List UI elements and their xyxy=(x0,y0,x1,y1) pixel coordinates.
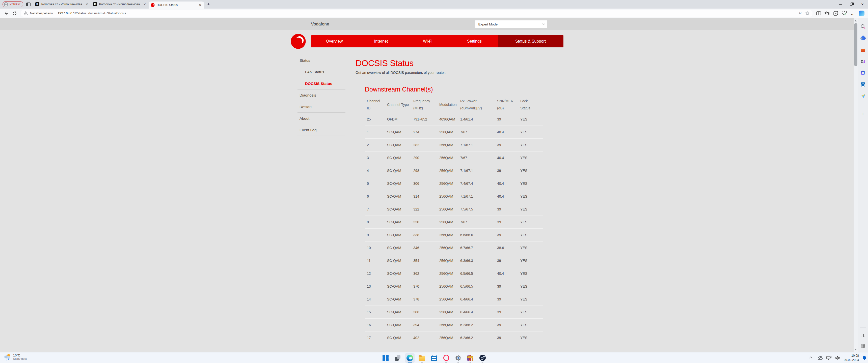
settings-gear-icon[interactable] xyxy=(454,353,463,363)
microsoft-store-icon[interactable] xyxy=(429,353,439,363)
profile-signin-button[interactable]: Přihlásit xyxy=(2,1,23,7)
new-tab-button[interactable]: + xyxy=(207,1,210,7)
section-heading: Downstream Channel(s) xyxy=(365,86,547,93)
sidebar-item[interactable]: About xyxy=(298,113,345,124)
split-screen-icon[interactable] xyxy=(816,11,821,16)
settings-more-icon[interactable]: … xyxy=(850,11,856,16)
clock[interactable]: 10:08 09.02.2024 xyxy=(844,354,859,362)
cell-lock-status: YES xyxy=(518,229,543,241)
cell-rx-power: 6.7/66.7 xyxy=(458,241,495,254)
panels-icon[interactable] xyxy=(860,332,866,338)
restore-button[interactable] xyxy=(846,0,857,8)
cell-modulation: 256QAM xyxy=(437,203,458,216)
cell-lock-status: YES xyxy=(518,152,543,164)
nav-tab[interactable]: Wi-Fi xyxy=(404,35,451,47)
add-sidebar-app-button[interactable]: + xyxy=(860,111,866,117)
cell-snr-mer: 40.4 xyxy=(495,152,518,164)
back-icon[interactable] xyxy=(3,11,8,16)
cell-channel-type: SC-QAM xyxy=(385,203,411,216)
pornovka-favicon: P xyxy=(93,2,97,6)
sidebar-item[interactable]: Event Log xyxy=(298,124,345,136)
toolbox-icon[interactable] xyxy=(860,47,866,53)
start-button[interactable] xyxy=(381,353,390,363)
copilot-icon[interactable] xyxy=(859,10,865,16)
cell-channel-id: 11 xyxy=(365,254,385,267)
hidden-icons-chevron[interactable] xyxy=(808,355,814,361)
tab-close-icon[interactable]: ✕ xyxy=(198,3,202,7)
header-line1: Frequency xyxy=(413,99,437,103)
chevron-down-icon xyxy=(542,22,545,25)
cell-channel-id: 3 xyxy=(365,152,385,164)
weather-widget[interactable]: 10°C Slabý déšť xyxy=(3,354,27,361)
table-row: 17 SC-QAM 402 256QAM 6.2/66.2 39 YES xyxy=(365,331,543,344)
scroll-down-icon[interactable] xyxy=(855,349,857,351)
profile-avatar-icon xyxy=(4,2,8,6)
favorite-star-icon[interactable] xyxy=(805,11,809,15)
outlook-icon[interactable] xyxy=(860,82,866,87)
reload-icon[interactable] xyxy=(12,11,17,16)
search-icon[interactable] xyxy=(860,24,866,29)
shopping-icon[interactable] xyxy=(860,35,866,41)
favorites-icon[interactable] xyxy=(825,11,830,16)
minimize-button[interactable] xyxy=(835,0,846,8)
cell-channel-id: 5 xyxy=(365,177,385,190)
cell-modulation: 256QAM xyxy=(437,229,458,241)
opera-gx-icon[interactable] xyxy=(441,353,451,363)
games-icon[interactable] xyxy=(860,59,866,64)
volume-icon[interactable] xyxy=(835,355,840,361)
browser-tab-bar: Přihlásit P Pornovka.cz - Porno freevide… xyxy=(0,0,868,8)
nav-tab[interactable]: Settings xyxy=(451,35,498,47)
notification-bell-icon[interactable] xyxy=(862,356,867,360)
cell-rx-power: 6.4/66.4 xyxy=(458,306,495,319)
cell-snr-mer: 40.4 xyxy=(495,177,518,190)
cell-channel-type: SC-QAM xyxy=(385,152,411,164)
browser-tab-1[interactable]: P Pornovka.cz - Porno freevidea a ✕ xyxy=(33,0,91,8)
file-explorer-icon[interactable] xyxy=(417,353,427,363)
cell-lock-status: YES xyxy=(518,164,543,177)
table-row: 3 SC-QAM 290 256QAM 7/67 40.4 YES xyxy=(365,152,543,164)
nav-tab[interactable]: Internet xyxy=(358,35,404,47)
sidebar-item[interactable]: DOCSIS Status xyxy=(298,78,345,90)
cell-rx-power: 6.6/66.6 xyxy=(458,229,495,241)
tab-search-icon[interactable] xyxy=(26,2,31,6)
browser-tab-active[interactable]: DOCSIS Status ✕ xyxy=(149,1,204,8)
table-row: 11 SC-QAM 354 256QAM 6.3/66.3 39 YES xyxy=(365,254,543,267)
security-label: Nezabezpečeno xyxy=(30,11,53,15)
nav-tab[interactable]: Status & Support xyxy=(498,35,563,47)
scrollbar-thumb[interactable] xyxy=(854,23,858,66)
sidebar-item[interactable]: Status xyxy=(298,55,345,66)
scroll-up-icon[interactable] xyxy=(855,20,857,22)
steam-icon[interactable] xyxy=(478,353,487,363)
sidebar-item[interactable]: Restart xyxy=(298,101,345,113)
microsoft-365-icon[interactable] xyxy=(860,70,866,76)
sidebar-settings-icon[interactable] xyxy=(860,343,866,349)
browser-essentials-icon[interactable] xyxy=(842,11,847,16)
nav-tab[interactable]: Overview xyxy=(311,35,358,47)
page-scrollbar[interactable] xyxy=(854,18,858,352)
cell-frequency: 338 xyxy=(411,229,437,241)
read-aloud-icon[interactable]: A⁾ xyxy=(799,11,802,15)
task-view-icon[interactable] xyxy=(393,353,402,363)
cell-frequency: 386 xyxy=(411,306,437,319)
sidebar-item-label: Status xyxy=(300,58,310,63)
onedrive-icon[interactable] xyxy=(817,355,823,361)
cell-modulation: 256QAM xyxy=(437,319,458,331)
browser-tab-2[interactable]: P Pornovka.cz - Porno freevidea a ✕ xyxy=(91,0,149,8)
cell-channel-type: SC-QAM xyxy=(385,280,411,293)
tab-close-icon[interactable]: ✕ xyxy=(143,2,147,6)
sidebar-item[interactable]: Diagnosis xyxy=(298,90,345,101)
cell-channel-type: OFDM xyxy=(385,113,411,126)
network-icon[interactable] xyxy=(826,355,832,361)
drop-icon[interactable] xyxy=(860,93,866,99)
tray-time: 10:08 xyxy=(844,354,859,358)
address-bar[interactable]: Nezabezpečeno 192.168.0.1/?status_docsis… xyxy=(21,10,812,17)
collections-icon[interactable] xyxy=(833,11,838,16)
header-line1: Channel xyxy=(367,99,385,103)
winrar-icon[interactable] xyxy=(466,353,475,363)
sidebar-divider xyxy=(860,105,866,105)
tab-close-icon[interactable]: ✕ xyxy=(85,2,89,6)
close-button[interactable]: ✕ xyxy=(857,0,868,8)
sidebar-item[interactable]: LAN Status xyxy=(298,66,345,78)
edge-taskbar-icon[interactable] xyxy=(405,353,414,363)
mode-select[interactable]: Expert Mode xyxy=(475,20,547,28)
